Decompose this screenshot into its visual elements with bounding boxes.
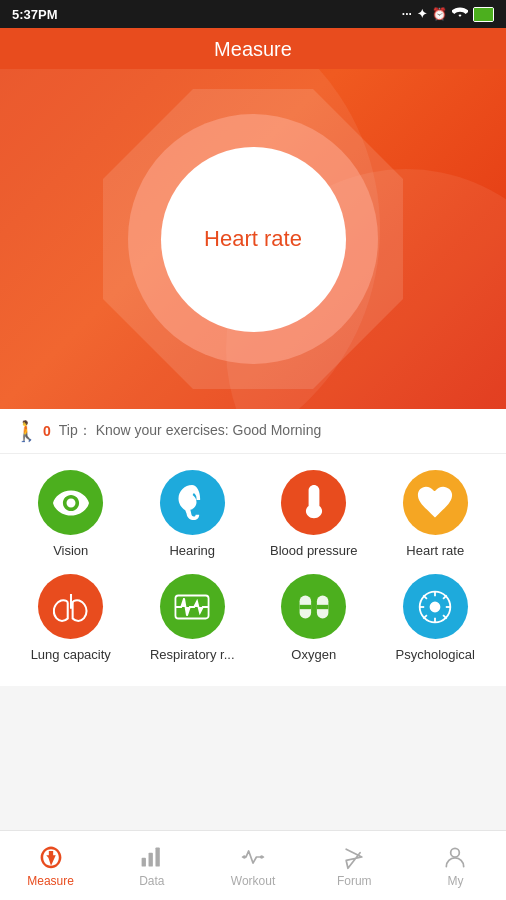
nav-workout[interactable]: Workout [202,831,303,900]
psych-icon [417,589,453,625]
data-nav-label: Data [139,874,164,888]
svg-rect-4 [317,604,329,608]
forum-nav-label: Forum [337,874,372,888]
grid-item-psychological[interactable]: Psychological [380,574,490,662]
bottom-nav: Measure Data Workout Forum [0,830,506,900]
hearing-label: Hearing [169,543,215,558]
svg-point-20 [451,848,460,857]
status-bar: 5:37PM ··· ✦ ⏰ [0,0,506,28]
psychological-icon-bg [403,574,468,639]
vision-icon-bg [38,470,103,535]
app-header: Measure [0,28,506,69]
workout-nav-label: Workout [231,874,275,888]
grid-item-respiratory[interactable]: Respiratory r... [137,574,247,662]
hearing-icon-bg [160,470,225,535]
tip-text: Tip： Know your exercises: Good Morning [59,422,322,440]
tip-bar: 🚶 0 Tip： Know your exercises: Good Morni… [0,409,506,454]
eye-icon [53,485,89,521]
svg-line-14 [424,615,428,619]
grid-row-1: Vision Hearing Blood pressure [10,470,496,558]
heart-rate-label: Heart rate [406,543,464,558]
psychological-label: Psychological [396,647,476,662]
lung-capacity-icon-bg [38,574,103,639]
svg-rect-15 [141,857,145,866]
measure-nav-label: Measure [27,874,74,888]
oxygen-icon [296,589,332,625]
measure-nav-icon [38,844,64,870]
vision-label: Vision [53,543,88,558]
my-nav-label: My [447,874,463,888]
nav-measure[interactable]: Measure [0,831,101,900]
grid-item-blood-pressure[interactable]: Blood pressure [259,470,369,558]
hero-center-label: Heart rate [204,226,302,252]
workout-nav-icon [240,844,266,870]
svg-rect-17 [155,847,159,866]
blood-pressure-icon-bg [281,470,346,535]
battery-icon [473,7,494,22]
thermometer-icon [296,485,332,521]
status-time: 5:37PM [12,7,58,22]
my-nav-icon [442,844,468,870]
grid-item-vision[interactable]: Vision [16,470,126,558]
respiratory-label: Respiratory r... [150,647,235,662]
hero-circle[interactable]: Heart rate [161,147,346,332]
lungs-icon [53,589,89,625]
wifi-icon [452,7,468,22]
ecg-icon [174,589,210,625]
bluetooth-icon: ✦ [417,7,427,21]
svg-point-18 [243,855,246,858]
forum-nav-icon [341,844,367,870]
oxygen-icon-bg [281,574,346,639]
header-title: Measure [214,38,292,60]
svg-line-13 [443,595,447,599]
svg-rect-16 [148,852,152,866]
blood-pressure-label: Blood pressure [270,543,357,558]
nav-forum[interactable]: Forum [304,831,405,900]
data-nav-icon [139,844,165,870]
oxygen-label: Oxygen [291,647,336,662]
heart-icon [417,485,453,521]
svg-line-12 [443,615,447,619]
nav-data[interactable]: Data [101,831,202,900]
svg-line-11 [424,595,428,599]
respiratory-icon-bg [160,574,225,639]
measure-grid: Vision Hearing Blood pressure [0,454,506,686]
grid-row-2: Lung capacity Respiratory r... Oxyge [10,574,496,662]
walk-icon: 🚶 [14,419,39,443]
grid-item-heart-rate[interactable]: Heart rate [380,470,490,558]
ear-icon [174,485,210,521]
signal-icon: ··· [402,7,412,21]
svg-point-19 [260,855,263,858]
hero-ring[interactable]: Heart rate [128,114,378,364]
alarm-icon: ⏰ [432,7,447,21]
nav-my[interactable]: My [405,831,506,900]
grid-item-lung-capacity[interactable]: Lung capacity [16,574,126,662]
heart-rate-icon-bg [403,470,468,535]
svg-point-6 [431,602,440,611]
grid-item-oxygen[interactable]: Oxygen [259,574,369,662]
status-icons: ··· ✦ ⏰ [402,7,494,22]
step-count: 0 [43,423,51,439]
grid-item-hearing[interactable]: Hearing [137,470,247,558]
hero-section[interactable]: Heart rate [0,69,506,409]
svg-rect-3 [299,604,311,608]
lung-capacity-label: Lung capacity [31,647,111,662]
